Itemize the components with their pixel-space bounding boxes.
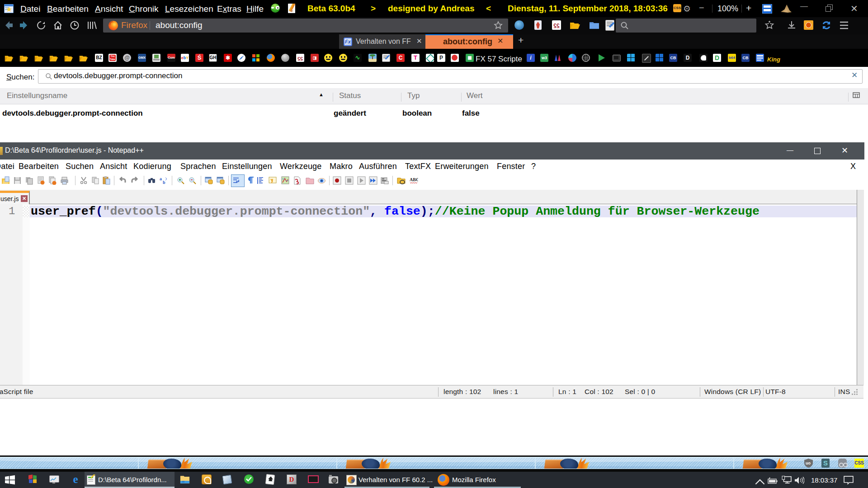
svg-text:uo: uo — [806, 461, 811, 465]
svg-text:b: b — [163, 180, 165, 185]
svg-text:ABC: ABC — [410, 177, 418, 182]
svg-text:a: a — [160, 177, 162, 181]
